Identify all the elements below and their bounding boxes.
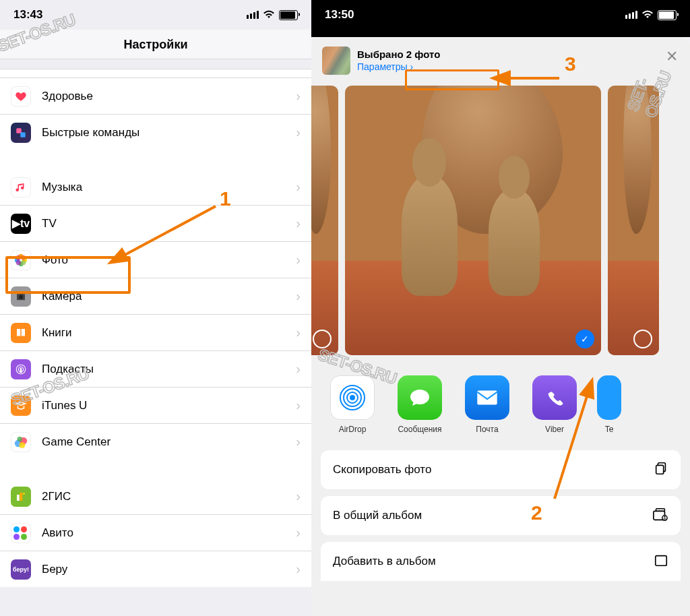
share-sheet-screen: 13:50 Выбрано 2 фото Параметры › ✕	[311, 0, 690, 616]
row-tv[interactable]: ▶tv TV ›	[0, 206, 311, 242]
action-copy[interactable]: Скопировать фото	[321, 450, 681, 489]
action-label: Скопировать фото	[333, 463, 431, 476]
viber-icon	[532, 375, 577, 420]
row-label: Фото	[42, 253, 296, 267]
photo-selector[interactable]: ✓	[311, 82, 690, 359]
row-health[interactable]: Здоровье ›	[0, 78, 311, 115]
tv-icon: ▶tv	[11, 214, 31, 234]
chevron-icon: ›	[296, 398, 301, 413]
row-truncated[interactable]	[0, 69, 311, 78]
cellular-icon	[247, 11, 259, 19]
svg-point-9	[16, 260, 21, 265]
chevron-icon: ›	[296, 434, 301, 450]
share-extra[interactable]: Te	[596, 375, 623, 434]
row-music[interactable]: Музыка ›	[0, 169, 311, 206]
options-link[interactable]: Параметры ›	[357, 61, 440, 73]
svg-point-10	[19, 295, 23, 299]
share-airdrop[interactable]: AirDrop	[326, 375, 379, 434]
add-album-icon	[654, 553, 668, 571]
share-messages[interactable]: Сообщения	[394, 375, 446, 434]
row-avito[interactable]: Авито ›	[0, 515, 311, 551]
books-icon	[11, 323, 31, 343]
chevron-icon: ›	[296, 88, 301, 104]
share-mail[interactable]: Почта	[461, 375, 513, 434]
row-label: Быстрые команды	[42, 126, 296, 140]
selected-count: Выбрано 2 фото	[357, 49, 440, 61]
svg-rect-30	[656, 508, 665, 511]
svg-rect-0	[16, 128, 22, 133]
row-itunesu[interactable]: iTunes U ›	[0, 388, 311, 424]
row-label: Музыка	[42, 181, 296, 194]
svg-rect-28	[656, 465, 664, 474]
photos-icon	[11, 250, 31, 270]
photo-thumb-selected[interactable]: ✓	[345, 86, 601, 355]
svg-rect-26	[477, 391, 497, 405]
row-shortcuts[interactable]: Быстрые команды ›	[0, 115, 311, 150]
row-label: Авито	[42, 526, 296, 540]
row-beru[interactable]: беру! Беру ›	[0, 551, 311, 587]
header-thumbnail	[322, 47, 350, 75]
row-label: iTunes U	[42, 399, 296, 412]
row-label: Game Center	[42, 435, 296, 449]
messages-icon	[398, 375, 442, 420]
row-gamecenter[interactable]: Game Center ›	[0, 424, 311, 460]
svg-point-13	[20, 367, 22, 369]
2gis-icon	[11, 487, 31, 507]
row-label: 2ГИС	[42, 490, 296, 503]
battery-icon	[658, 10, 677, 20]
page-title: Настройки	[0, 30, 311, 59]
row-photos[interactable]: Фото ›	[0, 242, 311, 278]
svg-point-31	[662, 515, 667, 520]
svg-rect-18	[17, 495, 20, 501]
action-shared-album[interactable]: В общий альбом	[321, 496, 681, 535]
airdrop-icon	[330, 375, 375, 420]
app-label: AirDrop	[339, 425, 367, 434]
copy-icon	[654, 461, 668, 479]
row-podcasts[interactable]: Подкасты ›	[0, 351, 311, 388]
svg-point-16	[19, 442, 25, 448]
photo-thumb[interactable]	[311, 86, 338, 355]
chevron-icon: ›	[296, 179, 301, 195]
action-add-album[interactable]: Добавить в альбом	[321, 542, 681, 581]
battery-icon	[279, 10, 298, 20]
music-icon	[11, 177, 31, 197]
clock: 13:50	[325, 8, 354, 22]
chevron-icon: ›	[296, 561, 301, 577]
unchecked-icon	[633, 330, 652, 348]
row-books[interactable]: Книги ›	[0, 315, 311, 351]
app-label: Сообщения	[398, 425, 441, 434]
svg-rect-1	[20, 132, 26, 137]
status-icons	[247, 9, 298, 21]
photo-thumb[interactable]	[608, 86, 659, 355]
checked-icon: ✓	[575, 330, 594, 348]
extra-icon	[597, 375, 621, 420]
close-icon[interactable]: ✕	[666, 48, 678, 65]
svg-point-32	[664, 516, 665, 518]
row-label: Подкасты	[42, 363, 296, 376]
row-label: Здоровье	[42, 90, 296, 103]
svg-point-6	[16, 255, 21, 259]
svg-point-7	[21, 255, 26, 259]
app-label: Почта	[476, 425, 498, 434]
action-list: Скопировать фото В общий альбом Добавить…	[311, 441, 690, 581]
cellular-icon	[625, 11, 637, 19]
svg-point-17	[18, 436, 22, 441]
mail-icon	[465, 375, 509, 420]
row-label: Беру	[42, 563, 296, 576]
svg-rect-33	[656, 555, 667, 565]
chevron-icon: ›	[296, 325, 301, 340]
status-bar: 13:50	[311, 0, 690, 30]
share-viber[interactable]: Viber	[528, 375, 581, 434]
chevron-icon: ›	[296, 489, 301, 504]
svg-point-20	[23, 493, 25, 495]
row-label: Камера	[42, 290, 296, 303]
podcasts-icon	[11, 359, 31, 379]
itunesu-icon	[11, 396, 31, 416]
svg-point-8	[21, 260, 26, 265]
chevron-icon: ›	[296, 361, 301, 377]
status-icons	[625, 9, 677, 21]
row-label: TV	[42, 217, 296, 230]
beru-icon: беру!	[11, 559, 31, 580]
row-2gis[interactable]: 2ГИС ›	[0, 479, 311, 515]
row-camera[interactable]: Камера ›	[0, 278, 311, 315]
